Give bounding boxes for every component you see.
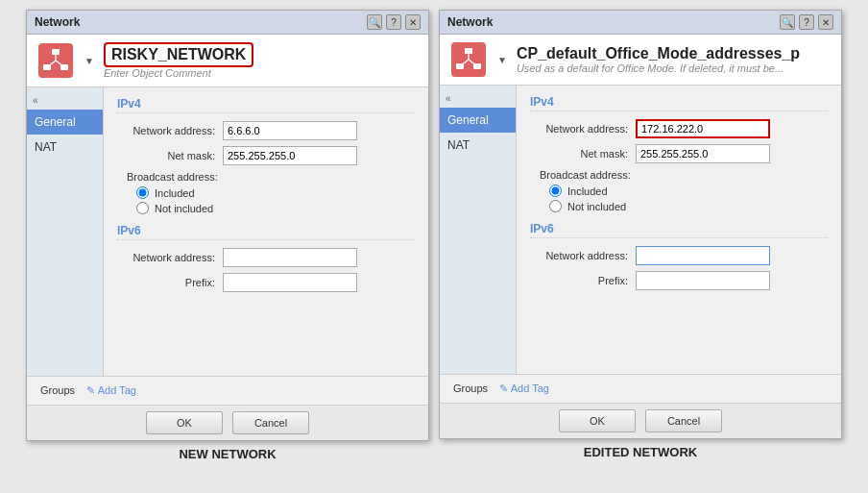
panel-caption: EDITED NETWORK	[584, 445, 697, 459]
groups-label: Groups	[40, 384, 75, 396]
cancel-button[interactable]: Cancel	[232, 411, 309, 434]
network-address-input[interactable]	[636, 119, 770, 138]
prefix-row: Prefix:	[530, 271, 828, 290]
panel-caption: NEW NETWORK	[179, 447, 276, 461]
object-comment[interactable]: Enter Object Comment	[104, 67, 417, 79]
sidebar-collapse-btn[interactable]: «	[440, 89, 516, 108]
network-address-label: Network address:	[117, 125, 223, 136]
netmask-row: Net mask:	[530, 144, 828, 163]
network-address-row: Network address:	[530, 119, 828, 138]
dialog-footer: OKCancel	[27, 405, 428, 440]
ipv6-section-title: IPv6	[117, 224, 415, 240]
panel-edited-network: Network 🔍 ? ✕ ▼CP_default_Office_Mode_ad…	[439, 10, 842, 461]
titlebar-icons: 🔍 ? ✕	[780, 14, 833, 30]
add-tag-button[interactable]: ✎ Add Tag	[86, 384, 136, 396]
dialog-edited-network: Network 🔍 ? ✕ ▼CP_default_Office_Mode_ad…	[439, 10, 842, 439]
ipv6-network-address-label: Network address:	[117, 252, 223, 263]
groups-section: Groups ✎ Add Tag	[27, 376, 428, 405]
dialog-body: «GeneralNATIPv4Network address:Net mask:…	[440, 86, 841, 374]
main-content: IPv4Network address:Net mask:Broadcast a…	[517, 86, 841, 374]
ipv6-network-address-row: Network address:	[117, 248, 415, 267]
groups-label: Groups	[453, 382, 488, 394]
broadcast-label: Broadcast address:	[127, 171, 415, 183]
ipv6-network-address-label: Network address:	[530, 250, 636, 261]
ipv6-network-address-input[interactable]	[636, 246, 770, 265]
sidebar-item-nat[interactable]: NAT	[440, 133, 516, 158]
network-address-input[interactable]	[223, 121, 357, 140]
add-tag-button[interactable]: ✎ Add Tag	[499, 382, 549, 394]
prefix-input[interactable]	[636, 271, 770, 290]
prefix-label: Prefix:	[530, 275, 636, 286]
titlebar-title: Network	[35, 15, 80, 29]
network-icon	[38, 43, 73, 78]
netmask-row: Net mask:	[117, 146, 415, 165]
sidebar-item-nat[interactable]: NAT	[27, 135, 103, 160]
broadcast-option-0: Included	[549, 185, 828, 197]
svg-line-11	[469, 60, 477, 66]
svg-line-10	[460, 60, 469, 66]
prefix-row: Prefix:	[117, 273, 415, 292]
netmask-label: Net mask:	[530, 148, 636, 160]
broadcast-radio-0[interactable]	[549, 185, 562, 197]
broadcast-radio-label-1: Not included	[567, 201, 626, 212]
search-icon[interactable]: 🔍	[367, 14, 382, 30]
network-address-label: Network address:	[530, 123, 636, 135]
broadcast-radio-label-1: Not included	[155, 203, 213, 214]
dialog-titlebar: Network 🔍 ? ✕	[27, 11, 428, 35]
object-name[interactable]: RISKY_NETWORK	[104, 42, 253, 67]
netmask-label: Net mask:	[117, 150, 223, 161]
ipv6-network-address-row: Network address:	[530, 246, 828, 265]
help-icon[interactable]: ?	[386, 14, 401, 30]
sidebar-item-general[interactable]: General	[440, 108, 516, 133]
broadcast-option-1: Not included	[136, 202, 415, 214]
sidebar-collapse-btn[interactable]: «	[27, 91, 103, 110]
broadcast-radio-label-0: Included	[155, 187, 195, 199]
help-icon[interactable]: ?	[799, 14, 814, 30]
svg-line-4	[47, 61, 56, 67]
object-name[interactable]: CP_default_Office_Mode_addresses_p	[517, 45, 830, 62]
network-address-row: Network address:	[117, 121, 415, 140]
prefix-label: Prefix:	[117, 277, 223, 288]
search-icon[interactable]: 🔍	[780, 14, 795, 30]
broadcast-section: Broadcast address:IncludedNot included	[530, 169, 828, 212]
header-dropdown-icon[interactable]: ▼	[84, 56, 94, 66]
groups-section: Groups ✎ Add Tag	[440, 374, 841, 403]
broadcast-radio-0[interactable]	[136, 186, 149, 199]
ipv4-section-title: IPv4	[117, 97, 415, 113]
netmask-input[interactable]	[223, 146, 357, 165]
dialog-header: ▼CP_default_Office_Mode_addresses_pUsed …	[440, 35, 841, 86]
header-dropdown-icon[interactable]: ▼	[497, 55, 507, 65]
svg-line-5	[56, 61, 64, 67]
broadcast-radio-label-0: Included	[567, 185, 608, 197]
titlebar-title: Network	[447, 15, 493, 29]
network-icon	[451, 42, 486, 77]
broadcast-radio-1[interactable]	[549, 200, 562, 212]
ipv6-network-address-input[interactable]	[223, 248, 357, 267]
titlebar-icons: 🔍 ? ✕	[367, 14, 421, 30]
dialog-footer: OKCancel	[440, 403, 841, 438]
dialog-body: «GeneralNATIPv4Network address:Net mask:…	[27, 87, 428, 376]
prefix-input[interactable]	[223, 273, 357, 292]
netmask-input[interactable]	[636, 144, 770, 163]
svg-rect-6	[465, 48, 472, 54]
broadcast-radio-1[interactable]	[136, 202, 149, 214]
sidebar: «GeneralNAT	[27, 87, 104, 376]
object-comment[interactable]: Used as a default for Office Mode. If de…	[517, 62, 830, 74]
ok-button[interactable]: OK	[559, 409, 636, 432]
cancel-button[interactable]: Cancel	[645, 409, 722, 432]
ok-button[interactable]: OK	[146, 411, 223, 434]
dialog-new-network: Network 🔍 ? ✕ ▼RISKY_NETWORKEnter Object…	[26, 10, 429, 441]
close-icon[interactable]: ✕	[818, 14, 833, 30]
broadcast-option-1: Not included	[549, 200, 828, 212]
broadcast-section: Broadcast address:IncludedNot included	[117, 171, 415, 214]
sidebar-item-general[interactable]: General	[27, 110, 103, 135]
ipv6-section-title: IPv6	[530, 222, 828, 238]
close-icon[interactable]: ✕	[405, 14, 421, 30]
sidebar: «GeneralNAT	[440, 86, 517, 374]
svg-rect-0	[52, 49, 60, 55]
ipv4-section-title: IPv4	[530, 95, 828, 111]
header-info: RISKY_NETWORKEnter Object Comment	[104, 42, 417, 79]
dialog-titlebar: Network 🔍 ? ✕	[440, 11, 841, 35]
broadcast-label: Broadcast address:	[540, 169, 828, 181]
dialog-header: ▼RISKY_NETWORKEnter Object Comment	[27, 35, 428, 87]
